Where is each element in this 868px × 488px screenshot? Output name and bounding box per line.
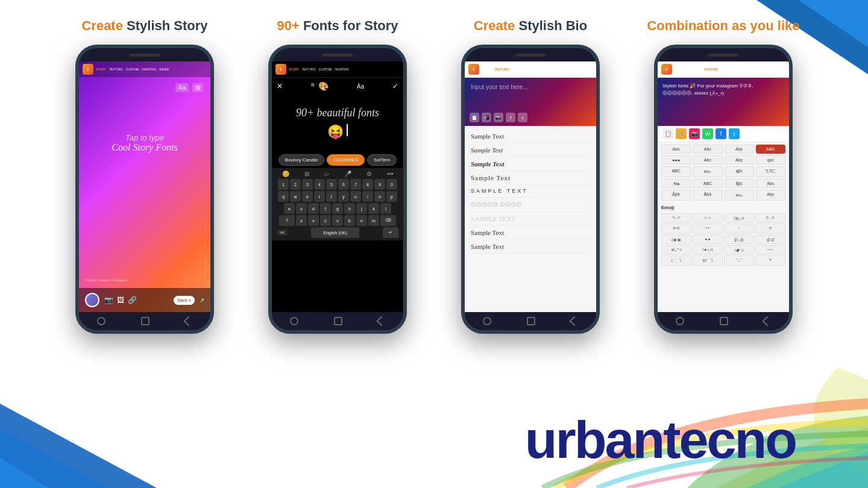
font-cell-4-2[interactable]: ABC [693, 179, 722, 188]
kb-s[interactable]: s [296, 203, 307, 214]
kb-q[interactable]: q [278, 191, 289, 202]
p2-font-btn-soltern[interactable]: SolTern [367, 154, 397, 166]
emoji-cell-3-3[interactable]: (ʃ•_•ʃ) [724, 235, 754, 244]
kb-f[interactable]: f [320, 203, 331, 214]
kb-v[interactable]: v [332, 215, 343, 226]
emoji-cell-2-2[interactable]: • • [693, 224, 723, 234]
kb-n[interactable]: n [356, 215, 367, 226]
kb-p[interactable]: p [386, 191, 397, 202]
kb-key-3[interactable]: 3 [302, 179, 313, 190]
p3-nav-back [570, 316, 580, 327]
font-cell-3-3[interactable]: ąβc [725, 166, 754, 177]
p3-nav-home [527, 317, 535, 325]
emoji-cell-4-2[interactable]: (▲•_•) [693, 245, 723, 254]
kb-mic-icon: 🎤 [344, 170, 351, 177]
emoji-cell-5-3[interactable]: "_" [724, 255, 754, 266]
kb-i[interactable]: i [362, 191, 373, 202]
p2-font-btn-goonres[interactable]: GOONRES [327, 154, 365, 166]
kb-key-2[interactable]: 2 [290, 179, 301, 190]
font-cell-3-1[interactable]: ABC [661, 166, 691, 177]
emoji-cell-3-4[interactable]: (ʃ•-)ʃ [755, 235, 785, 244]
emoji-cell-1-4[interactable]: ≡·_·≡ [755, 213, 785, 222]
kb-key-9[interactable]: 9 [374, 179, 385, 190]
p4-nav-hashtag: HASHTAG [720, 67, 735, 71]
p4-share-ig: 📷 [689, 128, 700, 139]
kb-key-4[interactable]: 4 [314, 179, 325, 190]
kb-t[interactable]: t [326, 191, 337, 202]
kb-backspace[interactable]: ⌫ [380, 215, 396, 226]
kb-key-8[interactable]: 8 [362, 179, 373, 190]
kb-space[interactable]: English (UK) [311, 227, 359, 238]
emoji-cell-1-3[interactable]: (≧•_•) [724, 213, 754, 222]
font-cell-5-2[interactable]: Åß¢ [693, 190, 722, 201]
emoji-cell-5-1[interactable]: (゜゜) [661, 255, 691, 266]
p1-edit-icon: ⊞ [192, 83, 203, 92]
p4-nav-textbio: TEXT BIO [688, 67, 702, 71]
emoji-cell-4-1[interactable]: ψ(_*↑) [661, 245, 691, 254]
kb-enter[interactable]: ↵ [383, 227, 398, 238]
kb-w[interactable]: w [290, 191, 301, 202]
emoji-cell-3-1[interactable]: (◑•◑) [661, 235, 691, 244]
kb-key-5[interactable]: 5 [326, 179, 337, 190]
emoji-cell-1-1[interactable]: "(·-·)" [661, 213, 691, 222]
kb-z[interactable]: z [296, 215, 307, 226]
kb-j[interactable]: j [356, 203, 367, 214]
kb-special-btn[interactable]: !#1 [277, 230, 288, 236]
kb-shift[interactable]: ⇧ [279, 215, 295, 226]
kb-h[interactable]: h [344, 203, 355, 214]
kb-b[interactable]: b [344, 215, 355, 226]
font-cell-5-3[interactable]: ศπς [725, 190, 754, 201]
emoji-cell-2-1[interactable]: (ε·ε) [661, 224, 691, 234]
kb-k[interactable]: k [368, 203, 379, 214]
kb-d[interactable]: d [308, 203, 319, 214]
font-cell-4-3[interactable]: åβc [725, 179, 754, 188]
phone3-speaker [515, 54, 546, 57]
kb-m[interactable]: m [368, 215, 379, 226]
emoji-cell-4-3[interactable]: (◕°↑) [724, 245, 754, 254]
phone1-top-icons: Aa ⊞ [86, 83, 203, 92]
kb-x[interactable]: x [308, 215, 319, 226]
kb-o[interactable]: o [374, 191, 385, 202]
kb-key-6[interactable]: 6 [338, 179, 349, 190]
font-cell-3-2[interactable]: ศท+ [693, 166, 722, 177]
kb-g[interactable]: g [332, 203, 343, 214]
kb-l[interactable]: l [380, 203, 391, 214]
p1-sent-button[interactable]: Sent > [174, 296, 195, 305]
kb-a[interactable]: a [284, 203, 295, 214]
font-cell-2-2[interactable]: Abc [693, 155, 722, 164]
emoji-cell-4-4[interactable]: →•← [755, 245, 785, 254]
kb-y[interactable]: y [338, 191, 349, 202]
phone4-nav-items: STORY TEXT BIO CUSTOM HASHTAG [675, 67, 735, 71]
kb-key-1[interactable]: 1 [278, 179, 289, 190]
p4-nav-story: STORY [675, 67, 685, 71]
emoji-cell-5-4[interactable]: 'ε' [755, 255, 785, 266]
phone2-main-text: 90+ beautiful fonts [278, 107, 397, 119]
emoji-cell-3-2[interactable]: ●,● [693, 235, 723, 244]
font-cell-4-4[interactable]: Abc [756, 179, 785, 188]
font-cell-1-3[interactable]: Abc [725, 145, 754, 154]
emoji-cell-2-3[interactable]: ·-· [724, 224, 754, 234]
font-cell-3-4[interactable]: 丂乃匚 [756, 166, 785, 177]
font-cell-2-1[interactable]: ●●● [661, 155, 691, 164]
font-cell-5-1[interactable]: Åβ¢ [661, 190, 691, 201]
font-cell-1-2[interactable]: Abc [693, 145, 722, 154]
font-cell-1-1[interactable]: Abc [661, 145, 691, 154]
p2-font-btn-bouncy[interactable]: Bouncy Candle [278, 154, 324, 166]
kb-c[interactable]: c [320, 215, 331, 226]
phone2-emoji: 😝 [327, 124, 344, 139]
kb-key-0[interactable]: 0 [386, 179, 397, 190]
kb-u[interactable]: u [350, 191, 361, 202]
emoji-cell-1-2[interactable]: (·-·) [693, 213, 723, 222]
font-cell-2-4[interactable]: qяc [756, 155, 785, 164]
kb-e[interactable]: e [302, 191, 313, 202]
font-cell-1-4[interactable]: ABG [756, 145, 785, 154]
font-cell-2-3[interactable]: Abc [725, 155, 754, 164]
font-cell-4-1[interactable]: .ɬβɛ [661, 179, 691, 188]
font-cell-5-4[interactable]: Abc [756, 190, 785, 201]
phone3-nav-items: STORY TEXT BIO CUSTOM HASHTAG [482, 67, 542, 71]
kb-r[interactable]: r [314, 191, 325, 202]
emoji-cell-5-2[interactable]: (◎´゜) [693, 255, 723, 266]
emoji-cell-2-4[interactable]: ア [755, 224, 785, 234]
p1-nav-back [184, 316, 194, 327]
kb-key-7[interactable]: 7 [350, 179, 361, 190]
